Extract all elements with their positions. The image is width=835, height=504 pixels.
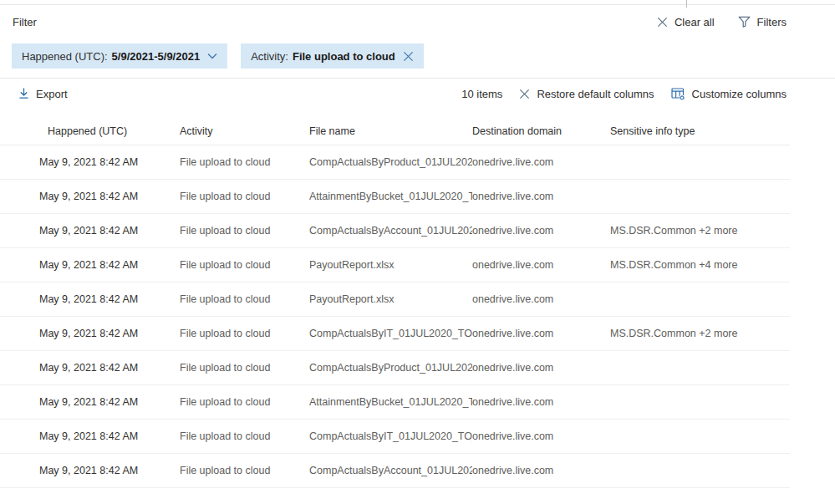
table-row[interactable]: May 9, 2021 8:42 AMFile upload to cloudC… bbox=[0, 351, 790, 385]
cell-destination-domain: onedrive.live.com bbox=[472, 259, 610, 271]
close-icon bbox=[519, 89, 530, 99]
cell-happened-utc: May 9, 2021 8:42 AM bbox=[39, 465, 180, 476]
cell-activity: File upload to cloud bbox=[180, 225, 309, 237]
table-row[interactable]: May 9, 2021 8:42 AMFile upload to cloudC… bbox=[0, 145, 790, 180]
chip-value: File upload to cloud bbox=[293, 50, 395, 63]
filter-actions: Clear all Filters bbox=[657, 16, 787, 28]
cell-happened-utc: May 9, 2021 8:42 AM bbox=[39, 259, 180, 271]
filter-header: Filter Clear all Filters bbox=[13, 13, 787, 31]
cell-activity: File upload to cloud bbox=[180, 191, 309, 202]
restore-default-columns-label: Restore default columns bbox=[537, 88, 654, 100]
cell-destination-domain: onedrive.live.com bbox=[472, 225, 610, 237]
items-count: 10 items bbox=[461, 88, 502, 100]
cell-activity: File upload to cloud bbox=[180, 259, 309, 271]
top-border bbox=[0, 4, 835, 5]
table-row[interactable]: May 9, 2021 8:42 AMFile upload to cloudC… bbox=[0, 317, 790, 351]
cell-activity: File upload to cloud bbox=[180, 430, 309, 442]
cell-happened-utc: May 9, 2021 8:42 AM bbox=[39, 225, 180, 237]
toolbar-right: 10 items Restore default columns Customi… bbox=[461, 87, 787, 100]
toolbar-left: Export bbox=[18, 88, 68, 100]
table-row[interactable]: May 9, 2021 8:42 AMFile upload to cloudC… bbox=[0, 454, 790, 488]
cell-destination-domain: onedrive.live.com bbox=[472, 465, 610, 476]
cell-file-name: AttainmentByBucket_01JUL2020_TO... bbox=[309, 191, 472, 202]
cell-destination-domain: onedrive.live.com bbox=[472, 293, 610, 305]
table-row[interactable]: May 9, 2021 8:42 AMFile upload to cloudA… bbox=[0, 180, 790, 214]
clear-all-label: Clear all bbox=[675, 16, 715, 28]
table-row[interactable]: May 9, 2021 8:42 AMFile upload to cloudP… bbox=[0, 283, 790, 317]
customize-columns-label: Customize columns bbox=[692, 88, 787, 100]
activity-table: Happened (UTC) Activity File name Destin… bbox=[0, 117, 790, 488]
filter-chip-happened[interactable]: Happened (UTC): 5/9/2021-5/9/2021 bbox=[12, 43, 227, 69]
cell-happened-utc: May 9, 2021 8:42 AM bbox=[39, 191, 180, 202]
cell-sensitive-info-type: MS.DSR.Common +4 more bbox=[610, 259, 790, 271]
export-label: Export bbox=[36, 88, 68, 100]
table-row[interactable]: May 9, 2021 8:42 AMFile upload to cloudA… bbox=[0, 385, 790, 420]
cell-happened-utc: May 9, 2021 8:42 AM bbox=[39, 293, 180, 305]
table-header: Happened (UTC) Activity File name Destin… bbox=[0, 117, 790, 145]
cell-file-name: CompActualsByProduct_01JUL2020... bbox=[309, 156, 472, 168]
cell-happened-utc: May 9, 2021 8:42 AM bbox=[39, 328, 180, 339]
cell-sensitive-info-type: MS.DSR.Common +2 more bbox=[610, 225, 790, 237]
cell-destination-domain: onedrive.live.com bbox=[472, 430, 610, 442]
table-row[interactable]: May 9, 2021 8:42 AMFile upload to cloudP… bbox=[0, 248, 790, 283]
column-header-file-name[interactable]: File name bbox=[309, 125, 472, 137]
pane-divider bbox=[686, 0, 687, 8]
cell-file-name: CompActualsByAccount_01JUL2020... bbox=[309, 225, 472, 237]
funnel-icon bbox=[738, 16, 751, 28]
close-icon[interactable] bbox=[403, 51, 414, 62]
close-icon bbox=[657, 17, 668, 28]
cell-file-name: PayoutReport.xlsx bbox=[309, 293, 472, 305]
clear-all-button[interactable]: Clear all bbox=[657, 16, 715, 28]
cell-happened-utc: May 9, 2021 8:42 AM bbox=[39, 430, 180, 442]
cell-activity: File upload to cloud bbox=[180, 396, 309, 408]
cell-file-name: CompActualsByIT_01JUL2020_TO_1... bbox=[309, 328, 472, 339]
filter-chip-activity[interactable]: Activity: File upload to cloud bbox=[241, 43, 424, 69]
filters-button[interactable]: Filters bbox=[738, 16, 787, 28]
column-header-sensitive-info-type[interactable]: Sensitive info type bbox=[610, 125, 790, 137]
chevron-down-icon[interactable] bbox=[207, 53, 217, 59]
table-row[interactable]: May 9, 2021 8:42 AMFile upload to cloudC… bbox=[0, 420, 790, 454]
cell-destination-domain: onedrive.live.com bbox=[472, 328, 610, 339]
chip-label: Activity: bbox=[251, 50, 288, 63]
cell-happened-utc: May 9, 2021 8:42 AM bbox=[39, 396, 180, 408]
customize-columns-button[interactable]: Customize columns bbox=[671, 87, 787, 100]
cell-destination-domain: onedrive.live.com bbox=[472, 362, 610, 374]
column-settings-icon bbox=[671, 87, 685, 100]
cell-destination-domain: onedrive.live.com bbox=[472, 396, 610, 408]
column-header-destination-domain[interactable]: Destination domain bbox=[472, 125, 610, 137]
download-icon bbox=[18, 88, 29, 99]
export-button[interactable]: Export bbox=[18, 88, 68, 100]
column-header-happened-utc[interactable]: Happened (UTC) bbox=[48, 125, 180, 137]
cell-file-name: CompActualsByIT_01JUL2020_TO_1... bbox=[309, 430, 472, 442]
cell-sensitive-info-type: MS.DSR.Common +2 more bbox=[610, 328, 790, 339]
cell-happened-utc: May 9, 2021 8:42 AM bbox=[39, 156, 180, 168]
cell-activity: File upload to cloud bbox=[180, 293, 309, 305]
cell-destination-domain: onedrive.live.com bbox=[472, 191, 610, 202]
chip-value: 5/9/2021-5/9/2021 bbox=[112, 50, 201, 63]
cell-file-name: PayoutReport.xlsx bbox=[309, 259, 472, 271]
filter-chip-bar: Happened (UTC): 5/9/2021-5/9/2021 Activi… bbox=[12, 43, 424, 69]
cell-file-name: AttainmentByBucket_01JUL2020_TO... bbox=[309, 396, 472, 408]
cell-file-name: CompActualsByAccount_01JUL2020... bbox=[309, 465, 472, 476]
table-row[interactable]: May 9, 2021 8:42 AMFile upload to cloudC… bbox=[0, 214, 790, 248]
chip-label: Happened (UTC): bbox=[22, 50, 108, 63]
cell-activity: File upload to cloud bbox=[180, 328, 309, 339]
grid-toolbar: Export 10 items Restore default columns … bbox=[18, 81, 787, 106]
restore-default-columns-button[interactable]: Restore default columns bbox=[519, 88, 654, 100]
table-body: May 9, 2021 8:42 AMFile upload to cloudC… bbox=[0, 145, 790, 488]
column-header-activity[interactable]: Activity bbox=[180, 125, 309, 137]
cell-activity: File upload to cloud bbox=[180, 362, 309, 374]
cell-file-name: CompActualsByProduct_01JUL2020... bbox=[309, 362, 472, 374]
filters-label: Filters bbox=[757, 16, 787, 28]
section-divider bbox=[0, 78, 835, 79]
filter-section-title: Filter bbox=[13, 16, 37, 28]
cell-activity: File upload to cloud bbox=[180, 156, 309, 168]
cell-activity: File upload to cloud bbox=[180, 465, 309, 476]
cell-destination-domain: onedrive.live.com bbox=[472, 156, 610, 168]
cell-happened-utc: May 9, 2021 8:42 AM bbox=[39, 362, 180, 374]
